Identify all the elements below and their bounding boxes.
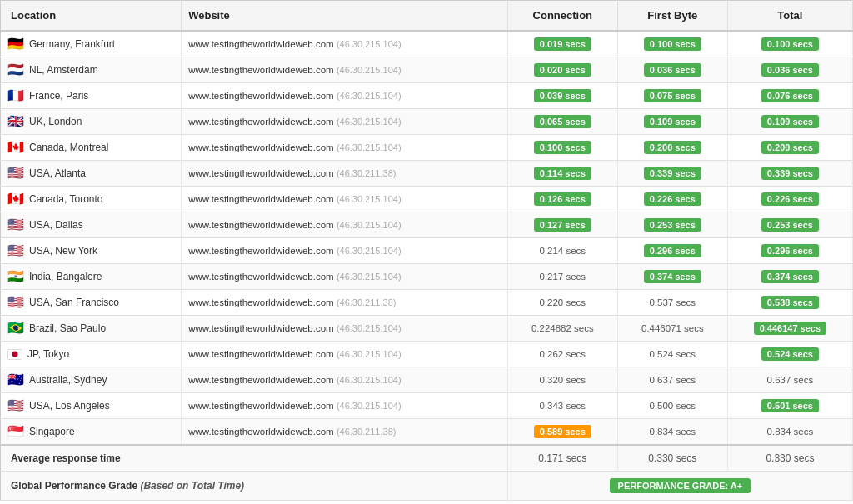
ip-address: (46.30.215.104) <box>337 117 402 127</box>
connection-cell: 0.065 secs <box>507 109 617 135</box>
first-byte-cell: 0.446071 secs <box>617 316 727 342</box>
timing-badge: 0.019 secs <box>534 37 591 51</box>
website-cell: www.testingtheworldwideweb.com (46.30.21… <box>182 238 508 264</box>
website-cell: www.testingtheworldwideweb.com (46.30.21… <box>182 264 508 290</box>
website-url: www.testingtheworldwideweb.com <box>188 427 334 437</box>
total-cell: 0.446147 secs <box>727 316 852 342</box>
total-cell: 0.100 secs <box>727 31 852 57</box>
table-row: 🇳🇱 NL, Amsterdam www.testingtheworldwide… <box>1 57 853 83</box>
timing-value: 0.537 secs <box>649 297 696 307</box>
website-url: www.testingtheworldwideweb.com <box>188 142 334 152</box>
connection-cell: 0.126 secs <box>507 187 617 212</box>
location-name: NL, Amsterdam <box>29 64 98 76</box>
location-cell: 🇺🇸 USA, Dallas <box>1 212 182 238</box>
website-cell: www.testingtheworldwideweb.com (46.30.21… <box>182 419 508 446</box>
ip-address: (46.30.211.38) <box>337 168 397 178</box>
timing-value: 0.500 secs <box>649 401 696 411</box>
timing-badge: 0.374 secs <box>761 270 819 283</box>
timing-badge: 0.339 secs <box>644 167 701 180</box>
location-cell: 🇺🇸 USA, San Francisco <box>1 290 182 316</box>
performance-grade-badge: PERFORMANCE GRADE: A+ <box>610 478 751 493</box>
timing-badge: 0.020 secs <box>534 63 591 77</box>
location-cell: 🇮🇳 India, Bangalore <box>1 264 182 290</box>
ip-address: (46.30.215.104) <box>337 272 402 282</box>
ip-address: (46.30.215.104) <box>337 142 402 152</box>
country-flag: 🇺🇸 <box>7 167 24 180</box>
website-url: www.testingtheworldwideweb.com <box>188 117 334 127</box>
country-flag: 🇧🇷 <box>7 322 24 335</box>
website-url: www.testingtheworldwideweb.com <box>188 375 334 385</box>
average-row: Average response time 0.171 secs 0.330 s… <box>1 445 853 472</box>
total-cell: 0.253 secs <box>727 212 852 238</box>
country-flag: 🇩🇪 <box>7 37 24 51</box>
table-row: 🇺🇸 USA, New York www.testingtheworldwide… <box>1 238 853 264</box>
timing-badge: 0.075 secs <box>644 89 701 102</box>
country-flag: 🇺🇸 <box>7 218 24 232</box>
location-name: Singapore <box>29 426 75 437</box>
table-row: 🇩🇪 Germany, Frankfurt www.testingtheworl… <box>1 31 853 57</box>
first-byte-cell: 0.200 secs <box>617 135 727 161</box>
table-row: 🇺🇸 USA, Dallas www.testingtheworldwidewe… <box>1 212 853 238</box>
timing-badge: 0.127 secs <box>534 218 591 232</box>
timing-value: 0.220 secs <box>539 297 586 307</box>
location-cell: 🇨🇦 Canada, Toronto <box>1 187 182 212</box>
website-url: www.testingtheworldwideweb.com <box>188 168 334 178</box>
grade-label: Global Performance Grade (Based on Total… <box>1 472 508 501</box>
country-flag: 🇸🇬 <box>7 425 24 438</box>
table-row: 🇦🇺 Australia, Sydney www.testingtheworld… <box>1 367 853 393</box>
website-url: www.testingtheworldwideweb.com <box>188 349 334 359</box>
ip-address: (46.30.215.104) <box>337 246 402 256</box>
website-cell: www.testingtheworldwideweb.com (46.30.21… <box>182 135 508 161</box>
connection-cell: 0.127 secs <box>507 212 617 238</box>
timing-badge: 0.538 secs <box>761 296 819 309</box>
table-header-row: Location Website Connection First Byte T… <box>1 1 853 32</box>
timing-badge: 0.036 secs <box>644 63 701 77</box>
location-name: USA, New York <box>29 245 97 257</box>
total-cell: 0.374 secs <box>727 264 852 290</box>
location-cell: 🇫🇷 France, Paris <box>1 83 182 109</box>
grade-badge-cell: PERFORMANCE GRADE: A+ <box>507 472 852 501</box>
location-name: Canada, Toronto <box>29 193 103 205</box>
total-cell: 0.226 secs <box>727 187 852 212</box>
ip-address: (46.30.215.104) <box>337 194 402 204</box>
timing-badge: 0.200 secs <box>644 141 701 154</box>
table-row: JP, Tokyo www.testingtheworldwideweb.com… <box>1 342 853 367</box>
total-cell: 0.200 secs <box>727 135 852 161</box>
first-byte-cell: 0.100 secs <box>617 31 727 57</box>
location-cell: 🇨🇦 Canada, Montreal <box>1 135 182 161</box>
first-byte-cell: 0.637 secs <box>617 367 727 393</box>
country-flag: 🇳🇱 <box>7 63 24 77</box>
website-cell: www.testingtheworldwideweb.com (46.30.21… <box>182 187 508 212</box>
timing-value: 0.446071 secs <box>641 323 704 333</box>
table-row: 🇺🇸 USA, San Francisco www.testingtheworl… <box>1 290 853 316</box>
website-url: www.testingtheworldwideweb.com <box>188 194 334 204</box>
timing-value: 0.637 secs <box>649 375 696 385</box>
connection-cell: 0.214 secs <box>507 238 617 264</box>
ip-address: (46.30.215.104) <box>337 39 402 49</box>
total-cell: 0.109 secs <box>727 109 852 135</box>
timing-badge: 0.036 secs <box>761 63 819 77</box>
timing-value: 0.524 secs <box>649 349 696 359</box>
website-url: www.testingtheworldwideweb.com <box>188 323 334 333</box>
connection-cell: 0.114 secs <box>507 161 617 187</box>
connection-cell: 0.589 secs <box>507 419 617 446</box>
table-row: 🇬🇧 UK, London www.testingtheworldwideweb… <box>1 109 853 135</box>
first-byte-cell: 0.036 secs <box>617 57 727 83</box>
location-cell: 🇩🇪 Germany, Frankfurt <box>1 31 182 57</box>
ip-address: (46.30.215.104) <box>337 401 402 411</box>
location-name: USA, Los Angeles <box>29 400 110 412</box>
website-url: www.testingtheworldwideweb.com <box>188 39 334 49</box>
website-cell: www.testingtheworldwideweb.com (46.30.21… <box>182 342 508 367</box>
timing-value: 0.343 secs <box>539 401 586 411</box>
location-cell: JP, Tokyo <box>1 342 182 367</box>
timing-badge: 0.126 secs <box>534 192 591 206</box>
total-cell: 0.637 secs <box>727 367 852 393</box>
country-flag: 🇺🇸 <box>7 399 24 412</box>
timing-badge: 0.039 secs <box>534 89 591 102</box>
location-cell: 🇺🇸 USA, Atlanta <box>1 161 182 187</box>
timing-value: 0.637 secs <box>767 375 814 385</box>
average-first-byte: 0.330 secs <box>617 445 727 472</box>
country-flag: 🇮🇳 <box>7 270 24 283</box>
first-byte-cell: 0.500 secs <box>617 393 727 419</box>
table-row: 🇺🇸 USA, Los Angeles www.testingtheworldw… <box>1 393 853 419</box>
